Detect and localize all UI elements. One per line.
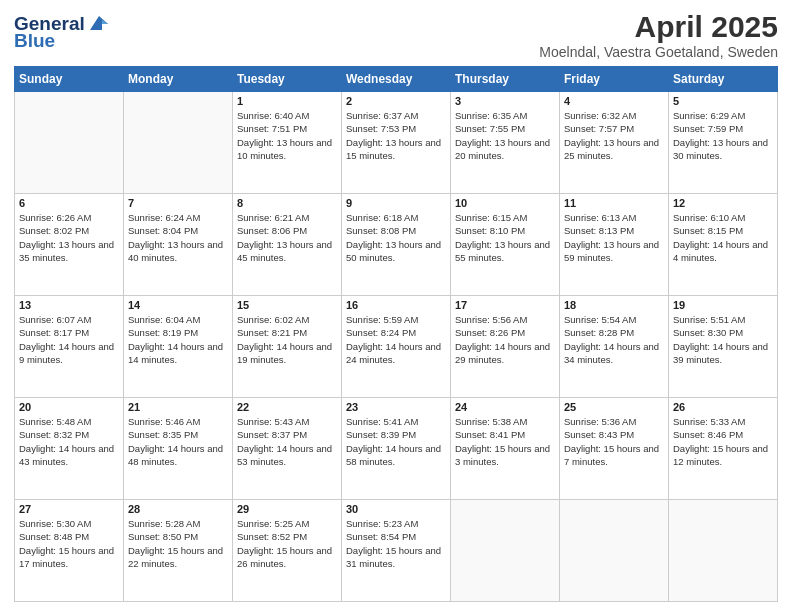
day-number: 15	[237, 299, 337, 311]
day-detail: Sunrise: 5:23 AMSunset: 8:54 PMDaylight:…	[346, 517, 446, 570]
day-detail: Sunrise: 6:21 AMSunset: 8:06 PMDaylight:…	[237, 211, 337, 264]
subtitle: Moelndal, Vaestra Goetaland, Sweden	[539, 44, 778, 60]
day-detail: Sunrise: 5:51 AMSunset: 8:30 PMDaylight:…	[673, 313, 773, 366]
calendar-cell: 28Sunrise: 5:28 AMSunset: 8:50 PMDayligh…	[124, 500, 233, 602]
calendar-week-row: 13Sunrise: 6:07 AMSunset: 8:17 PMDayligh…	[15, 296, 778, 398]
day-detail: Sunrise: 6:02 AMSunset: 8:21 PMDaylight:…	[237, 313, 337, 366]
calendar-cell: 23Sunrise: 5:41 AMSunset: 8:39 PMDayligh…	[342, 398, 451, 500]
day-of-week-header: Tuesday	[233, 67, 342, 92]
day-number: 23	[346, 401, 446, 413]
day-detail: Sunrise: 5:33 AMSunset: 8:46 PMDaylight:…	[673, 415, 773, 468]
day-detail: Sunrise: 6:10 AMSunset: 8:15 PMDaylight:…	[673, 211, 773, 264]
day-detail: Sunrise: 6:26 AMSunset: 8:02 PMDaylight:…	[19, 211, 119, 264]
calendar-cell: 2Sunrise: 6:37 AMSunset: 7:53 PMDaylight…	[342, 92, 451, 194]
calendar-cell: 8Sunrise: 6:21 AMSunset: 8:06 PMDaylight…	[233, 194, 342, 296]
calendar-cell: 6Sunrise: 6:26 AMSunset: 8:02 PMDaylight…	[15, 194, 124, 296]
calendar-cell: 20Sunrise: 5:48 AMSunset: 8:32 PMDayligh…	[15, 398, 124, 500]
day-detail: Sunrise: 6:32 AMSunset: 7:57 PMDaylight:…	[564, 109, 664, 162]
calendar-cell	[669, 500, 778, 602]
calendar-cell: 11Sunrise: 6:13 AMSunset: 8:13 PMDayligh…	[560, 194, 669, 296]
logo-text-blue: Blue	[14, 31, 55, 52]
day-number: 28	[128, 503, 228, 515]
day-of-week-header: Wednesday	[342, 67, 451, 92]
day-detail: Sunrise: 5:25 AMSunset: 8:52 PMDaylight:…	[237, 517, 337, 570]
day-number: 1	[237, 95, 337, 107]
logo-icon	[88, 14, 110, 32]
day-number: 25	[564, 401, 664, 413]
day-number: 4	[564, 95, 664, 107]
day-detail: Sunrise: 5:54 AMSunset: 8:28 PMDaylight:…	[564, 313, 664, 366]
day-number: 3	[455, 95, 555, 107]
calendar-cell: 26Sunrise: 5:33 AMSunset: 8:46 PMDayligh…	[669, 398, 778, 500]
day-number: 17	[455, 299, 555, 311]
day-detail: Sunrise: 6:07 AMSunset: 8:17 PMDaylight:…	[19, 313, 119, 366]
page: General Blue April 2025 Moelndal, Vaestr…	[0, 0, 792, 612]
day-number: 11	[564, 197, 664, 209]
day-detail: Sunrise: 6:15 AMSunset: 8:10 PMDaylight:…	[455, 211, 555, 264]
day-number: 8	[237, 197, 337, 209]
calendar-cell: 17Sunrise: 5:56 AMSunset: 8:26 PMDayligh…	[451, 296, 560, 398]
header: General Blue April 2025 Moelndal, Vaestr…	[14, 10, 778, 60]
day-detail: Sunrise: 5:41 AMSunset: 8:39 PMDaylight:…	[346, 415, 446, 468]
calendar-cell: 27Sunrise: 5:30 AMSunset: 8:48 PMDayligh…	[15, 500, 124, 602]
day-number: 2	[346, 95, 446, 107]
calendar-cell: 10Sunrise: 6:15 AMSunset: 8:10 PMDayligh…	[451, 194, 560, 296]
day-number: 7	[128, 197, 228, 209]
day-number: 12	[673, 197, 773, 209]
calendar-cell: 3Sunrise: 6:35 AMSunset: 7:55 PMDaylight…	[451, 92, 560, 194]
day-detail: Sunrise: 6:18 AMSunset: 8:08 PMDaylight:…	[346, 211, 446, 264]
day-detail: Sunrise: 6:04 AMSunset: 8:19 PMDaylight:…	[128, 313, 228, 366]
day-detail: Sunrise: 6:35 AMSunset: 7:55 PMDaylight:…	[455, 109, 555, 162]
calendar-cell: 19Sunrise: 5:51 AMSunset: 8:30 PMDayligh…	[669, 296, 778, 398]
day-number: 14	[128, 299, 228, 311]
day-number: 26	[673, 401, 773, 413]
day-number: 21	[128, 401, 228, 413]
day-number: 22	[237, 401, 337, 413]
day-number: 6	[19, 197, 119, 209]
calendar-cell: 24Sunrise: 5:38 AMSunset: 8:41 PMDayligh…	[451, 398, 560, 500]
day-number: 16	[346, 299, 446, 311]
calendar-cell	[124, 92, 233, 194]
day-detail: Sunrise: 6:13 AMSunset: 8:13 PMDaylight:…	[564, 211, 664, 264]
calendar-cell: 14Sunrise: 6:04 AMSunset: 8:19 PMDayligh…	[124, 296, 233, 398]
calendar-cell: 29Sunrise: 5:25 AMSunset: 8:52 PMDayligh…	[233, 500, 342, 602]
day-number: 24	[455, 401, 555, 413]
day-detail: Sunrise: 5:56 AMSunset: 8:26 PMDaylight:…	[455, 313, 555, 366]
day-number: 5	[673, 95, 773, 107]
calendar-header-row: SundayMondayTuesdayWednesdayThursdayFrid…	[15, 67, 778, 92]
day-number: 29	[237, 503, 337, 515]
day-detail: Sunrise: 6:24 AMSunset: 8:04 PMDaylight:…	[128, 211, 228, 264]
day-detail: Sunrise: 6:29 AMSunset: 7:59 PMDaylight:…	[673, 109, 773, 162]
main-title: April 2025	[539, 10, 778, 44]
calendar-cell: 1Sunrise: 6:40 AMSunset: 7:51 PMDaylight…	[233, 92, 342, 194]
day-detail: Sunrise: 5:30 AMSunset: 8:48 PMDaylight:…	[19, 517, 119, 570]
calendar-cell: 25Sunrise: 5:36 AMSunset: 8:43 PMDayligh…	[560, 398, 669, 500]
day-number: 20	[19, 401, 119, 413]
calendar-cell: 21Sunrise: 5:46 AMSunset: 8:35 PMDayligh…	[124, 398, 233, 500]
day-detail: Sunrise: 5:48 AMSunset: 8:32 PMDaylight:…	[19, 415, 119, 468]
calendar-week-row: 20Sunrise: 5:48 AMSunset: 8:32 PMDayligh…	[15, 398, 778, 500]
calendar-cell: 15Sunrise: 6:02 AMSunset: 8:21 PMDayligh…	[233, 296, 342, 398]
day-number: 18	[564, 299, 664, 311]
day-number: 10	[455, 197, 555, 209]
day-of-week-header: Sunday	[15, 67, 124, 92]
day-detail: Sunrise: 5:38 AMSunset: 8:41 PMDaylight:…	[455, 415, 555, 468]
day-number: 13	[19, 299, 119, 311]
day-detail: Sunrise: 6:40 AMSunset: 7:51 PMDaylight:…	[237, 109, 337, 162]
title-block: April 2025 Moelndal, Vaestra Goetaland, …	[539, 10, 778, 60]
calendar-cell: 22Sunrise: 5:43 AMSunset: 8:37 PMDayligh…	[233, 398, 342, 500]
calendar-cell: 30Sunrise: 5:23 AMSunset: 8:54 PMDayligh…	[342, 500, 451, 602]
day-detail: Sunrise: 5:28 AMSunset: 8:50 PMDaylight:…	[128, 517, 228, 570]
calendar-cell: 18Sunrise: 5:54 AMSunset: 8:28 PMDayligh…	[560, 296, 669, 398]
day-detail: Sunrise: 5:59 AMSunset: 8:24 PMDaylight:…	[346, 313, 446, 366]
day-of-week-header: Friday	[560, 67, 669, 92]
calendar-cell	[15, 92, 124, 194]
calendar-cell: 13Sunrise: 6:07 AMSunset: 8:17 PMDayligh…	[15, 296, 124, 398]
day-number: 19	[673, 299, 773, 311]
day-of-week-header: Saturday	[669, 67, 778, 92]
calendar-cell	[451, 500, 560, 602]
day-detail: Sunrise: 6:37 AMSunset: 7:53 PMDaylight:…	[346, 109, 446, 162]
calendar-cell: 16Sunrise: 5:59 AMSunset: 8:24 PMDayligh…	[342, 296, 451, 398]
day-of-week-header: Monday	[124, 67, 233, 92]
calendar-week-row: 6Sunrise: 6:26 AMSunset: 8:02 PMDaylight…	[15, 194, 778, 296]
